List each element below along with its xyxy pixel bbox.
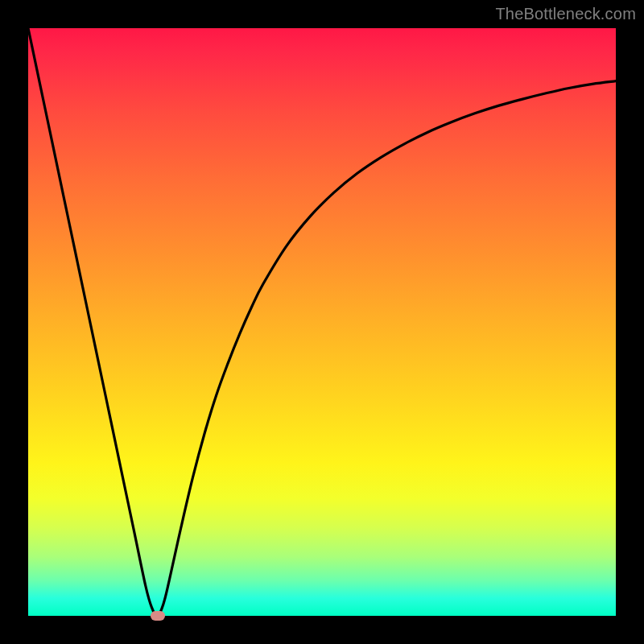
watermark-label: TheBottleneck.com — [495, 5, 636, 23]
plot-area — [28, 28, 616, 616]
optimal-point-marker — [151, 611, 165, 621]
chart-frame: TheBottleneck.com — [0, 0, 644, 644]
bottleneck-curve — [28, 28, 616, 616]
curve-svg — [28, 28, 616, 616]
